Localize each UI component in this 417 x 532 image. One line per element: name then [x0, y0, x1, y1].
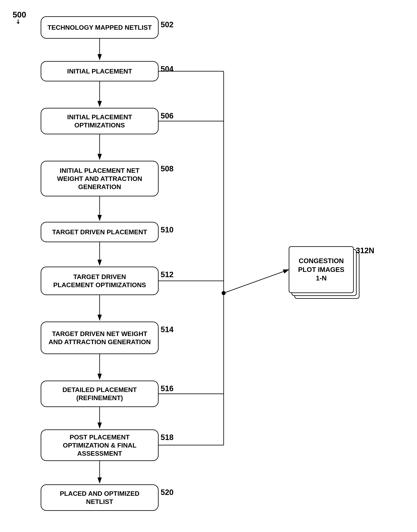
step-520-box: PLACED AND OPTIMIZED NETLIST — [41, 484, 159, 511]
step-516-label: DETAILED PLACEMENT (REFINEMENT) — [63, 386, 137, 402]
step-516-box: DETAILED PLACEMENT (REFINEMENT) — [41, 380, 159, 407]
step-514-label: TARGET DRIVEN NET WEIGHT AND ATTRACTION … — [49, 330, 151, 346]
step-518-label: POST PLACEMENT OPTIMIZATION & FINAL ASSE… — [63, 433, 136, 457]
step-518-box: POST PLACEMENT OPTIMIZATION & FINAL ASSE… — [41, 429, 159, 461]
step-518-num: 518 — [161, 433, 173, 442]
step-516-num: 516 — [161, 384, 173, 393]
step-506-box: INITIAL PLACEMENT OPTIMIZATIONS — [41, 108, 159, 134]
svg-line-17 — [224, 270, 289, 293]
step-510-box: TARGET DRIVEN PLACEMENT — [41, 222, 159, 242]
step-510-label: TARGET DRIVEN PLACEMENT — [52, 228, 147, 236]
step-502-label: TECHNOLOGY MAPPED NETLIST — [47, 23, 152, 32]
step-514-num: 514 — [161, 325, 173, 334]
svg-point-16 — [222, 291, 226, 295]
step-506-label: INITIAL PLACEMENT OPTIMIZATIONS — [67, 113, 132, 129]
step-508-box: INITIAL PLACEMENT NET WEIGHT AND ATTRACT… — [41, 161, 159, 196]
step-502-box: TECHNOLOGY MAPPED NETLIST — [41, 16, 159, 39]
congestion-box-front: CONGESTION PLOT IMAGES 1-N — [289, 246, 354, 293]
step-510-num: 510 — [161, 226, 173, 234]
congestion-step-num: 312N — [356, 246, 374, 255]
step-514-box: TARGET DRIVEN NET WEIGHT AND ATTRACTION … — [41, 322, 159, 354]
step-512-box: TARGET DRIVEN PLACEMENT OPTIMIZATIONS — [41, 267, 159, 295]
step-512-label: TARGET DRIVEN PLACEMENT OPTIMIZATIONS — [53, 273, 146, 289]
step-504-num: 504 — [161, 65, 173, 74]
step-520-label: PLACED AND OPTIMIZED NETLIST — [60, 489, 139, 506]
step-520-num: 520 — [161, 488, 173, 497]
step-512-num: 512 — [161, 270, 173, 279]
step-502-num: 502 — [161, 20, 173, 29]
congestion-label: CONGESTION PLOT IMAGES 1-N — [298, 257, 344, 283]
diagram-container: 500 ↙ TECHNOLOGY MAPPED NETLIST 502 INIT… — [0, 0, 417, 532]
step-506-num: 506 — [161, 111, 173, 120]
step-508-num: 508 — [161, 164, 173, 173]
step-508-label: INITIAL PLACEMENT NET WEIGHT AND ATTRACT… — [57, 166, 142, 191]
step-504-box: INITIAL PLACEMENT — [41, 61, 159, 81]
step-504-label: INITIAL PLACEMENT — [67, 67, 132, 75]
